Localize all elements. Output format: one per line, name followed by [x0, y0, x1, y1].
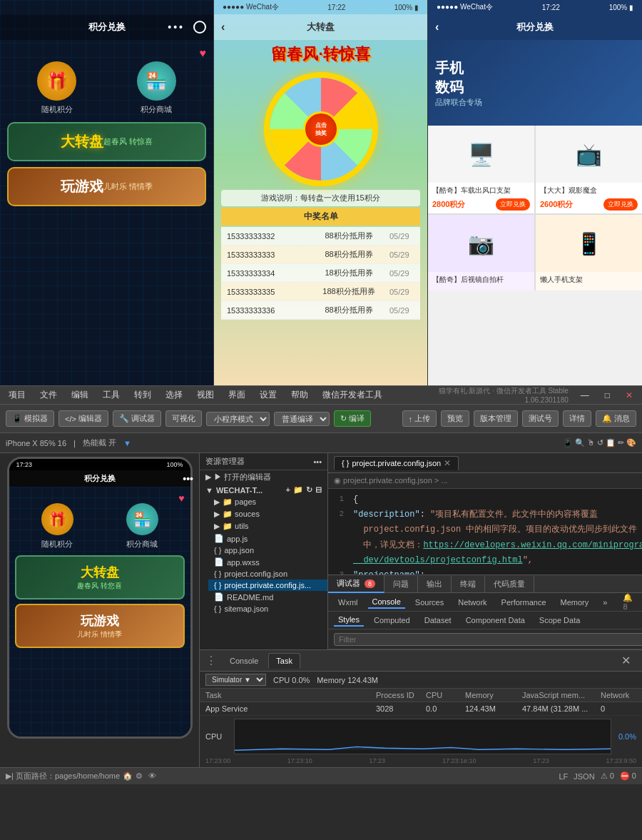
settings-path-icon[interactable]: ⚙: [136, 771, 143, 781]
subtab-console[interactable]: Console: [368, 596, 405, 609]
mode-select[interactable]: 小程序模式: [206, 412, 270, 426]
dot-menu-icon[interactable]: ⋮: [205, 654, 217, 667]
simulator-toggle[interactable]: 📱 模拟器: [6, 410, 54, 427]
style-tab-styles[interactable]: Styles: [334, 614, 364, 627]
resource-more-icon[interactable]: •••: [313, 457, 322, 466]
menu-edit[interactable]: 编辑: [68, 388, 91, 403]
phone3-back-icon[interactable]: ‹: [435, 21, 439, 34]
inspector-tab-terminal[interactable]: 终端: [452, 576, 485, 592]
version-btn[interactable]: 版本管理: [474, 410, 518, 427]
bottom-close-icon[interactable]: ✕: [616, 654, 636, 667]
screen1-game-banner[interactable]: 玩游戏 儿时乐 情情季: [7, 167, 206, 206]
emu-nav-dots[interactable]: •••: [183, 473, 192, 485]
phone2-back-icon[interactable]: ‹: [221, 21, 225, 34]
tree-readme[interactable]: 📄 README.md: [208, 591, 327, 603]
menu-view[interactable]: 视图: [194, 388, 217, 403]
code-editor[interactable]: 1 { 2 "description": "项目私有配置文件。此文件中的内容将覆…: [328, 489, 642, 575]
spin-center-button[interactable]: 点击 抽奖: [303, 111, 339, 147]
debug-toggle[interactable]: 🔧 调试器: [113, 410, 161, 427]
subtab-wxml[interactable]: Wxml: [334, 597, 362, 608]
collapse-tree-icon[interactable]: ⊟: [315, 485, 322, 495]
style-tab-dataset[interactable]: Dataset: [420, 614, 456, 626]
subtab-network[interactable]: Network: [454, 597, 491, 608]
subtab-performance[interactable]: Performance: [497, 597, 551, 608]
folder-souces-label: 📁 souces: [223, 510, 260, 519]
add-folder-icon[interactable]: 📁: [293, 485, 303, 495]
tree-pages[interactable]: ▶ 📁 pages: [208, 496, 327, 508]
shop-item-0[interactable]: 🖥️ 【酷奇】车载出风口支架 2800积分 立即兑换: [428, 126, 534, 213]
minimize-btn[interactable]: —: [577, 390, 593, 400]
emu-icon-shop[interactable]: 🏪 积分商城: [126, 503, 158, 550]
file-tab-config[interactable]: { } project.private.config.json ✕: [334, 456, 459, 470]
add-file-icon[interactable]: +: [286, 485, 290, 495]
file-tab-close-icon[interactable]: ✕: [444, 458, 451, 468]
refresh-tree-icon[interactable]: ↻: [306, 485, 312, 495]
menu-settings[interactable]: 设置: [257, 388, 280, 403]
shop-item-3[interactable]: 📱 懒人手机支架: [536, 215, 642, 290]
menu-select[interactable]: 选择: [163, 388, 185, 403]
folder-utils-label: 📁 utils: [223, 522, 249, 531]
inspector-tab-quality[interactable]: 代码质量: [485, 576, 534, 592]
editor-toggle[interactable]: </> 编辑器: [58, 410, 108, 427]
menu-interface[interactable]: 界面: [225, 388, 248, 403]
tree-sitemap[interactable]: { } sitemap.json: [208, 603, 327, 614]
inspector-tab-output[interactable]: 输出: [418, 576, 452, 592]
compile-btn[interactable]: ↻ 编译: [334, 410, 371, 427]
style-tab-component[interactable]: Component Data: [462, 614, 529, 626]
close-btn[interactable]: ✕: [622, 390, 636, 400]
win-prize-4: 88积分抵用券: [308, 305, 389, 315]
shop-item-1[interactable]: 📺 【大大】观影魔盒 2600积分 立即兑换: [536, 126, 642, 213]
menu-tools[interactable]: 工具: [100, 388, 123, 403]
tree-appwxss[interactable]: 📄 app.wxss: [208, 556, 327, 568]
phone1-circle-btn[interactable]: [193, 21, 206, 34]
tree-open-editor[interactable]: ▶ ▶ 打开的编辑器: [200, 470, 327, 484]
style-tab-computed[interactable]: Computed: [370, 614, 414, 626]
screen1-spin-banner[interactable]: 大转盘 超春风 转惊喜: [7, 122, 206, 161]
subtab-more[interactable]: »: [598, 597, 611, 608]
menu-wechat-tools[interactable]: 微信开发者工具: [320, 388, 385, 403]
tree-souces[interactable]: ▶ 📁 souces: [208, 508, 327, 520]
upload-btn[interactable]: ↑ 上传: [402, 410, 437, 427]
emu-icon-random[interactable]: 🎁 随机积分: [41, 503, 73, 550]
expand-icon[interactable]: ▶: [6, 771, 11, 781]
subtab-memory[interactable]: Memory: [556, 597, 593, 608]
tree-projectprivate[interactable]: { } project.private.config.js...: [208, 580, 327, 591]
icon-item-shop[interactable]: 🏪 积分商城: [137, 61, 176, 115]
subtab-sources[interactable]: Sources: [411, 597, 448, 608]
tree-projectconfig[interactable]: { } project.config.json: [208, 568, 327, 580]
bottom-tab-console[interactable]: Console: [223, 654, 265, 668]
hot-reload-toggle[interactable]: ▼: [123, 439, 131, 447]
msg-btn[interactable]: 🔔 消息: [596, 410, 636, 427]
preview-btn[interactable]: 预览: [441, 410, 469, 427]
menu-help[interactable]: 帮助: [288, 388, 311, 403]
simulator-select[interactable]: Simulator ▼: [205, 674, 266, 686]
spin-wheel[interactable]: 点击 抽奖: [264, 72, 378, 186]
file-projectconfig-icon: { }: [214, 570, 221, 578]
emu-game-banner[interactable]: 玩游戏 儿时乐 情情季: [15, 604, 185, 648]
tree-appjson[interactable]: { } app.json: [208, 545, 327, 556]
inspector-tab-debugger[interactable]: 调试器 8: [328, 575, 384, 593]
test-btn[interactable]: 测试号: [522, 410, 559, 427]
phone1-dots[interactable]: •••: [168, 21, 185, 33]
filter-input[interactable]: [334, 633, 642, 646]
shop-item-2[interactable]: 📷 【酷奇】后视镜自拍杆: [428, 215, 534, 290]
menu-file[interactable]: 文件: [37, 388, 60, 403]
visual-toggle[interactable]: 可视化: [165, 410, 202, 427]
eye-path-icon[interactable]: 👁: [148, 771, 156, 781]
inspector-tab-issues[interactable]: 问题: [384, 576, 418, 592]
menu-goto[interactable]: 转到: [131, 388, 154, 403]
detail-btn[interactable]: 详情: [563, 410, 591, 427]
tree-appjs[interactable]: 📄 app.js: [208, 532, 327, 545]
bottom-tab-task[interactable]: Task: [268, 653, 300, 669]
style-tab-scope[interactable]: Scope Data: [535, 614, 584, 626]
shop-item-btn-1[interactable]: 立即兑换: [603, 198, 638, 211]
tree-utils[interactable]: ▶ 📁 utils: [208, 520, 327, 532]
compile-select[interactable]: 普通编译: [274, 412, 330, 426]
menu-project[interactable]: 项目: [6, 388, 29, 403]
icon-item-random[interactable]: 🎁 随机积分: [37, 61, 76, 115]
shop-item-btn-0[interactable]: 立即兑换: [496, 198, 530, 211]
emu-spin-banner[interactable]: 大转盘 趣春风 转您喜: [15, 555, 185, 599]
tree-project-root[interactable]: ▼ WECHAT-T... + 📁 ↻ ⊟: [200, 484, 327, 496]
settings-icon[interactable]: ⚙: [638, 595, 642, 609]
maximize-btn[interactable]: □: [601, 390, 613, 400]
